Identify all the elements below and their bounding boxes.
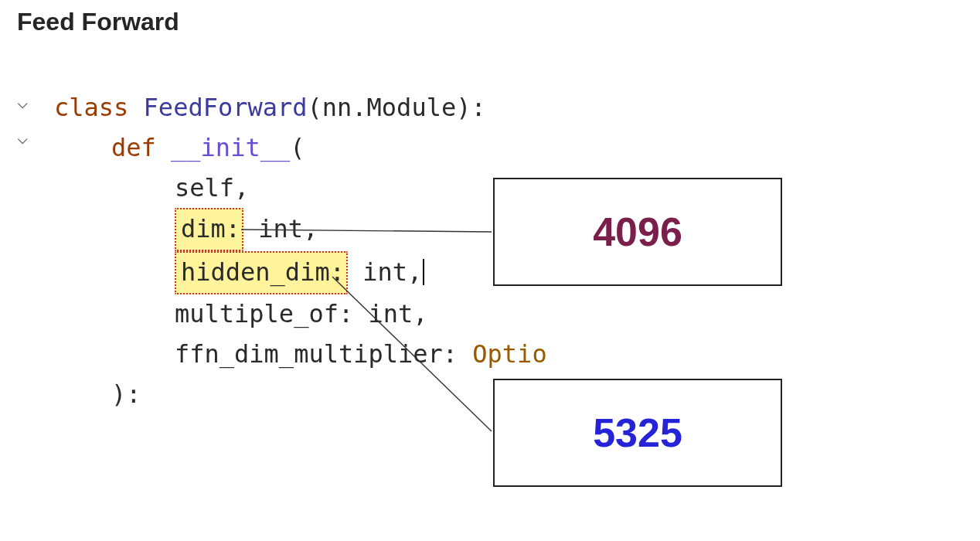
code-line-multiple-of: multiple_of: int,: [54, 294, 547, 335]
code-line-dim: dim: int,: [54, 208, 547, 251]
param-hidden-dim-name: hidden_dim: [181, 257, 330, 287]
param-ffn-mult-type: Optio: [472, 339, 546, 369]
open-paren-init: (: [290, 133, 305, 162]
close-paren-def: ):: [111, 379, 141, 409]
open-paren: (: [308, 93, 322, 122]
param-multiple-of-type: int: [368, 299, 413, 328]
code-line-self: self,: [54, 168, 547, 209]
annotation-hidden-dim-value: 5325: [493, 379, 782, 487]
code-block: class FeedForward(nn.Module): def __init…: [54, 88, 547, 415]
text-cursor: [423, 259, 424, 285]
close-paren-colon: ):: [456, 93, 486, 122]
annotation-dim-value: 4096: [493, 178, 782, 286]
param-multiple-of-name: multiple_of: [175, 299, 339, 328]
class-name: FeedForward: [144, 93, 308, 122]
param-ffn-mult-name: ffn_dim_multiplier: [175, 339, 443, 369]
highlight-dim: dim:: [175, 208, 243, 251]
base-class: nn.Module: [322, 93, 456, 122]
function-name: __init__: [171, 133, 290, 162]
param-hidden-dim-type: int: [362, 257, 407, 287]
param-self: self: [175, 173, 234, 202]
param-dim-type: int: [258, 214, 303, 243]
param-dim-name: dim: [181, 214, 226, 243]
code-line-def: def __init__(: [54, 128, 547, 168]
keyword-def: def: [111, 133, 156, 162]
section-title: Feed Forward: [17, 8, 179, 36]
highlight-hidden-dim: hidden_dim:: [175, 251, 348, 294]
code-line-close: ):: [54, 375, 547, 415]
code-line-class: class FeedForward(nn.Module):: [54, 88, 547, 128]
fold-gutter: ⌵ ⌵: [17, 93, 40, 164]
keyword-class: class: [54, 93, 128, 122]
fold-chevron-init[interactable]: ⌵: [17, 128, 40, 147]
fold-chevron-class[interactable]: ⌵: [17, 93, 40, 111]
code-line-hidden-dim: hidden_dim: int,: [54, 251, 547, 294]
code-line-ffn-mult: ffn_dim_multiplier: Optio: [54, 335, 547, 375]
